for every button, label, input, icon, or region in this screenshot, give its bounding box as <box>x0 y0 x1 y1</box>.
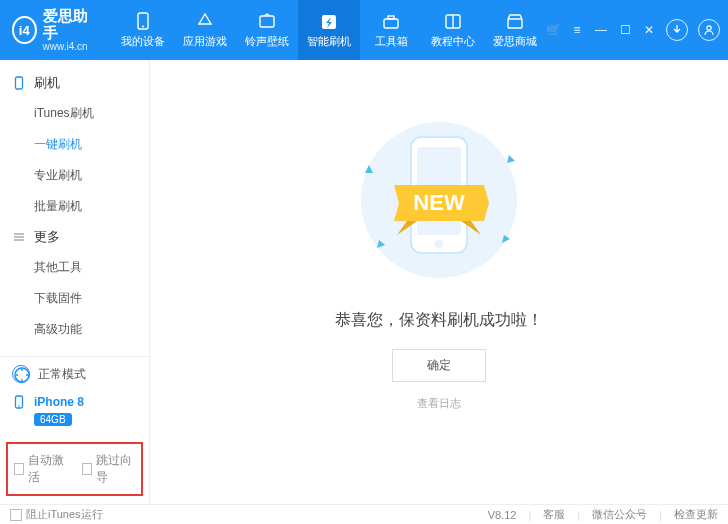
nav-item-store[interactable]: 爱思商城 <box>484 0 546 60</box>
nav-item-label: 教程中心 <box>431 34 475 49</box>
sidebar-item[interactable]: 高级功能 <box>0 314 149 345</box>
nav-item-book[interactable]: 教程中心 <box>422 0 484 60</box>
version-label: V8.12 <box>488 509 517 521</box>
svg-point-9 <box>707 26 711 30</box>
maximize-icon[interactable]: ☐ <box>618 23 632 37</box>
confirm-button[interactable]: 确定 <box>392 349 486 382</box>
header-right: 🛒 ≡ — ☐ ✕ <box>546 19 720 41</box>
svg-rect-2 <box>260 16 274 27</box>
cart-icon[interactable]: 🛒 <box>546 23 560 37</box>
brand-logo-icon: i4 <box>12 16 37 44</box>
brand-url: www.i4.cn <box>43 41 94 52</box>
svg-rect-5 <box>388 16 394 19</box>
nav-item-label: 爱思商城 <box>493 34 537 49</box>
download-button[interactable] <box>666 19 688 41</box>
phone-icon <box>133 12 153 30</box>
check-update-link[interactable]: 检查更新 <box>674 507 718 522</box>
block-itunes-label: 阻止iTunes运行 <box>26 507 103 522</box>
nav-item-ringtone[interactable]: 铃声壁纸 <box>236 0 298 60</box>
sidebar-group-label: 更多 <box>34 228 60 246</box>
sidebar-item[interactable]: 批量刷机 <box>0 191 149 222</box>
user-button[interactable] <box>698 19 720 41</box>
minimize-icon[interactable]: — <box>594 23 608 37</box>
sidebar-item[interactable]: iTunes刷机 <box>0 98 149 129</box>
top-nav: 我的设备应用游戏铃声壁纸智能刷机工具箱教程中心爱思商城 <box>112 0 546 60</box>
mode-indicator-icon <box>12 365 30 383</box>
download-icon <box>671 24 683 36</box>
checkbox-box-icon <box>10 509 22 521</box>
sidebar-item[interactable]: 其他工具 <box>0 252 149 283</box>
skip-wizard-label: 跳过向导 <box>96 452 135 486</box>
checkbox-box-icon <box>14 463 24 475</box>
svg-point-1 <box>142 25 144 27</box>
nav-item-flash[interactable]: 智能刷机 <box>298 0 360 60</box>
svg-rect-10 <box>16 77 23 89</box>
svg-point-16 <box>18 405 20 407</box>
flash-icon <box>319 12 339 30</box>
svg-point-24 <box>435 240 444 249</box>
close-icon[interactable]: ✕ <box>642 23 656 37</box>
auto-activate-checkbox[interactable]: 自动激活 <box>14 452 68 486</box>
option-highlight-box: 自动激活 跳过向导 <box>6 442 143 496</box>
block-itunes-checkbox[interactable]: 阻止iTunes运行 <box>10 507 103 522</box>
support-link[interactable]: 客服 <box>543 507 565 522</box>
apps-icon <box>195 12 215 30</box>
toolbox-icon <box>381 12 401 30</box>
store-icon <box>505 12 525 30</box>
success-title: 恭喜您，保资料刷机成功啦！ <box>335 310 543 331</box>
sidebar-item[interactable]: 专业刷机 <box>0 160 149 191</box>
app-header: i4 爱思助手 www.i4.cn 我的设备应用游戏铃声壁纸智能刷机工具箱教程中… <box>0 0 728 60</box>
svg-marker-19 <box>507 155 515 163</box>
book-icon <box>443 12 463 30</box>
skip-wizard-checkbox[interactable]: 跳过向导 <box>82 452 136 486</box>
checkbox-box-icon <box>82 463 92 475</box>
nav-item-phone[interactable]: 我的设备 <box>112 0 174 60</box>
sidebar-item[interactable]: 一键刷机 <box>0 129 149 160</box>
svg-rect-8 <box>508 19 522 28</box>
ringtone-icon <box>257 12 277 30</box>
nav-item-apps[interactable]: 应用游戏 <box>174 0 236 60</box>
capacity-badge: 64GB <box>34 413 72 426</box>
main-content: NEW 恭喜您，保资料刷机成功啦！ 确定 查看日志 <box>150 60 728 504</box>
nav-item-label: 智能刷机 <box>307 34 351 49</box>
device-name: iPhone 8 <box>34 395 84 409</box>
new-badge-text: NEW <box>413 190 465 215</box>
wechat-link[interactable]: 微信公众号 <box>592 507 647 522</box>
sidebar-group-label: 刷机 <box>34 74 60 92</box>
sidebar-group-flash: 刷机 <box>0 68 149 98</box>
device-mode-row[interactable]: 正常模式 <box>0 357 149 391</box>
success-illustration: NEW <box>339 115 539 285</box>
list-icon <box>12 230 26 244</box>
device-row[interactable]: iPhone 8 64GB <box>0 391 149 436</box>
nav-item-label: 工具箱 <box>375 34 408 49</box>
nav-item-label: 我的设备 <box>121 34 165 49</box>
auto-activate-label: 自动激活 <box>28 452 67 486</box>
sidebar-group-more: 更多 <box>0 222 149 252</box>
phone-icon <box>12 76 26 90</box>
phone-icon <box>12 395 26 409</box>
view-log-link[interactable]: 查看日志 <box>417 396 461 411</box>
brand-title: 爱思助手 <box>43 8 94 41</box>
nav-item-label: 应用游戏 <box>183 34 227 49</box>
footer: 阻止iTunes运行 V8.12 | 客服 | 微信公众号 | 检查更新 <box>0 504 728 524</box>
menu-icon[interactable]: ≡ <box>570 23 584 37</box>
device-mode-label: 正常模式 <box>38 366 86 383</box>
sidebar: 刷机iTunes刷机一键刷机专业刷机批量刷机更多其他工具下载固件高级功能 正常模… <box>0 60 150 504</box>
nav-item-toolbox[interactable]: 工具箱 <box>360 0 422 60</box>
svg-rect-4 <box>384 19 398 28</box>
brand: i4 爱思助手 www.i4.cn <box>12 8 94 52</box>
user-icon <box>703 24 715 36</box>
nav-item-label: 铃声壁纸 <box>245 34 289 49</box>
sidebar-item[interactable]: 下载固件 <box>0 283 149 314</box>
